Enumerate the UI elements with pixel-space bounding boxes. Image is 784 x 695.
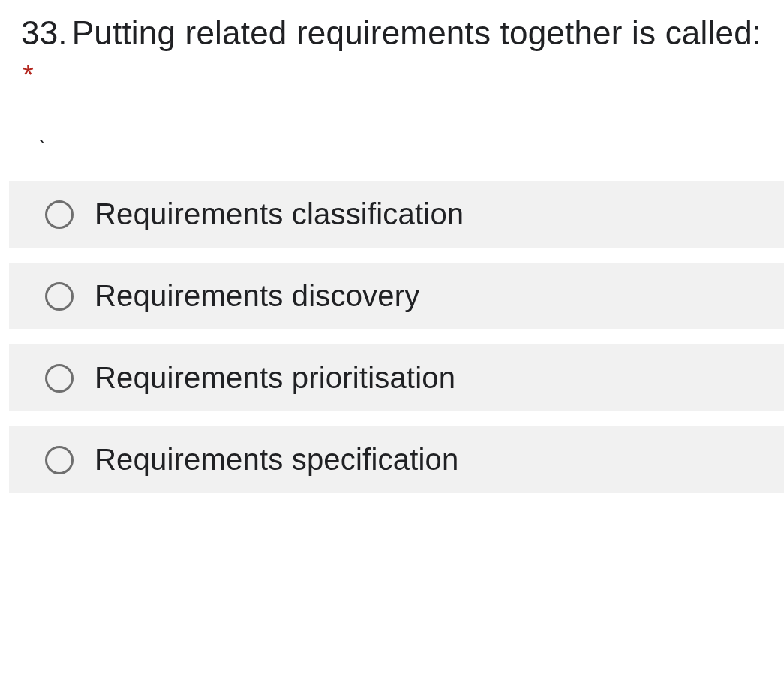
radio-icon	[45, 200, 74, 229]
question-header: 33. Putting related requirements togethe…	[0, 12, 784, 160]
option-requirements-specification[interactable]: Requirements specification	[9, 426, 784, 493]
question-number: 33.	[21, 12, 68, 53]
question-text: Putting related requirements together is…	[72, 12, 761, 53]
option-label: Requirements classification	[95, 197, 464, 231]
stray-backtick: `	[21, 137, 784, 160]
option-label: Requirements prioritisation	[95, 361, 455, 395]
required-indicator: *	[21, 59, 784, 92]
option-label: Requirements specification	[95, 443, 458, 477]
options-list: Requirements classification Requirements…	[0, 181, 784, 493]
radio-icon	[45, 364, 74, 393]
option-requirements-discovery[interactable]: Requirements discovery	[9, 263, 784, 329]
question-row: 33. Putting related requirements togethe…	[21, 12, 784, 53]
option-requirements-classification[interactable]: Requirements classification	[9, 181, 784, 248]
option-requirements-prioritisation[interactable]: Requirements prioritisation	[9, 344, 784, 411]
radio-icon	[45, 446, 74, 474]
radio-icon	[45, 282, 74, 311]
quiz-question-card: 33. Putting related requirements togethe…	[0, 0, 784, 553]
option-label: Requirements discovery	[95, 279, 419, 313]
